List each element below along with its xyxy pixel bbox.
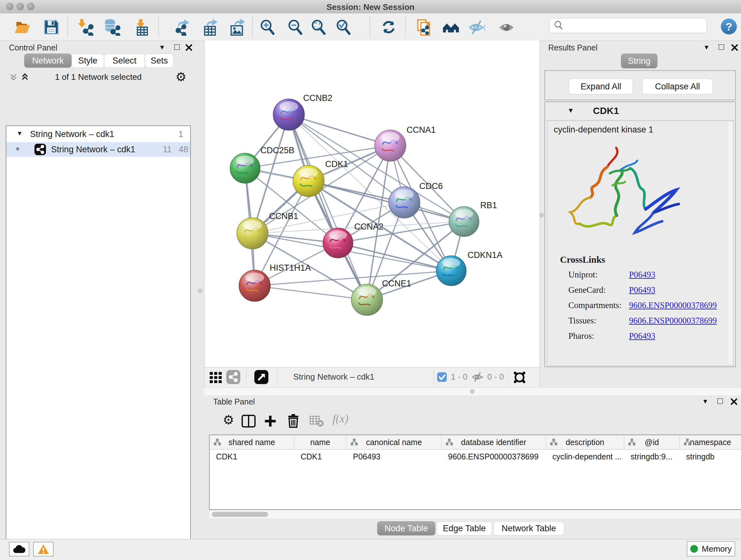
column-header-namespace[interactable]: namespace [680,435,741,449]
control-panel-float-icon[interactable]: □ [174,42,180,52]
grid-view-icon[interactable] [209,371,222,384]
expand-all-button[interactable]: Expand All [569,78,633,95]
tab-sets[interactable]: Sets [145,54,174,68]
export-table-icon[interactable] [202,18,219,36]
help-button[interactable]: ? [721,18,737,35]
crosslink-row: GeneCard:P06493 [568,285,728,295]
graph-node-CCNE1[interactable] [351,284,383,315]
table-panel-menu-icon[interactable]: ▼ [702,398,709,405]
column-header-canonical-name[interactable]: canonical name [347,435,442,449]
results-panel-float-icon[interactable]: □ [719,42,724,52]
tab-style[interactable]: Style [71,54,104,68]
tab-node-table[interactable]: Node Table [377,521,435,536]
zoom-selected-icon[interactable] [335,18,352,36]
crosslinks-title: CrossLinks [560,254,605,265]
birdseye-crosshair-icon[interactable] [512,369,528,385]
splitter-handle[interactable] [470,389,475,394]
refresh-icon[interactable] [380,18,397,36]
results-scrollbar[interactable] [728,122,732,364]
import-table-icon[interactable] [133,18,151,36]
zoom-out-icon[interactable] [286,18,304,36]
network-collection-row[interactable]: ▼ String Network – cdk1 1 [6,127,190,142]
table-cell: P06493 [347,449,442,463]
export-image-icon[interactable] [229,18,246,36]
graph-node-CCNA2[interactable] [323,228,353,258]
network-badge-gray-icon[interactable] [226,370,240,384]
collection-expand-triangle-icon[interactable]: ▼ [17,130,23,137]
delete-column-trash-icon[interactable] [286,414,300,428]
window-title: Session: New Session [0,2,741,12]
table-panel-float-icon[interactable]: □ [718,396,723,406]
tab-network[interactable]: Network [24,54,71,68]
memory-button[interactable]: Memory [687,541,735,557]
crosslink-link[interactable]: P06493 [629,331,656,341]
zoom-in-icon[interactable] [259,18,276,36]
crosslink-link[interactable]: P06493 [629,270,656,280]
clone-network-icon[interactable] [415,18,432,36]
graph-node-HIST1H1A[interactable] [239,270,270,301]
column-header-database-identifier[interactable]: database identifier [442,435,546,449]
crosslink-link[interactable]: 9606.ENSP00000378699 [629,316,717,326]
network-options-gear-icon[interactable]: ⚙ [176,70,186,84]
open-in-window-icon[interactable] [254,370,268,384]
collapse-all-button[interactable]: Collapse All [642,78,713,95]
houses-icon[interactable] [442,18,460,36]
table-settings-gear-icon[interactable]: ⚙ [223,413,234,427]
graph-node-RB1[interactable] [449,206,479,237]
eye-slash-icon[interactable] [468,18,485,36]
search-field[interactable] [549,18,707,33]
protein-structure-image [562,141,690,250]
table-horizontal-scrollbar[interactable] [209,510,740,518]
graph-node-CCNA1[interactable] [375,130,406,161]
selected-checkbox-icon[interactable] [437,372,447,382]
results-panel-close-icon[interactable] [731,44,738,51]
tab-edge-table[interactable]: Edge Table [436,521,492,536]
crosslink-link[interactable]: P06493 [629,285,656,295]
zoom-fit-icon[interactable] [310,18,327,36]
graph-node-CDK1[interactable] [293,165,324,197]
create-column-plus-icon[interactable] [264,415,277,428]
splitter-handle[interactable] [198,289,202,293]
column-header--id[interactable]: @id [624,435,680,449]
tab-string[interactable]: String [621,54,657,68]
eye-icon[interactable] [498,18,515,36]
control-panel-close-icon[interactable] [185,44,193,51]
table-row[interactable]: CDK1CDK1P064939606.ENSP00000378699cyclin… [210,449,741,463]
import-network-icon[interactable] [76,18,93,36]
entry-header[interactable]: ▼ CDK1 [545,102,735,120]
table-cell: CDK1 [294,449,347,463]
export-network-icon[interactable] [174,18,191,36]
open-session-icon[interactable] [14,18,31,36]
control-panel-menu-icon[interactable]: ▼ [159,44,165,51]
network-canvas[interactable]: CCNB2CCNA1CDC25BCDK1CDC6RB1CCNB1CCNA2CDK… [204,41,540,367]
import-network-database-icon[interactable] [103,18,120,36]
search-input[interactable] [564,21,707,30]
entry-gene-name: CDK1 [593,105,619,116]
graph-node-label-CCNB2: CCNB2 [303,93,333,103]
graph-node-CCNB2[interactable] [273,99,305,130]
entry-collapse-triangle-icon[interactable]: ▼ [567,107,574,114]
crosslink-link[interactable]: 9606.ENSP00000378699 [629,300,717,310]
show-columns-icon[interactable] [241,415,256,428]
results-panel-menu-icon[interactable]: ▼ [703,44,710,51]
graph-node-CDKN1A[interactable] [436,256,466,286]
current-network-dot-icon: ● [15,144,20,153]
column-header-shared-name[interactable]: shared name [210,435,294,449]
graph-node-CCNB1[interactable] [237,218,268,249]
graph-node-CDC6[interactable] [389,187,420,218]
scrollbar-thumb[interactable] [212,512,268,517]
graph-node-CDC25B[interactable] [230,153,260,183]
toolbar-separator [369,16,370,38]
column-header-name[interactable]: name [294,435,347,449]
table-panel-close-icon[interactable] [730,398,738,406]
column-header-description[interactable]: description [546,435,624,449]
warning-status-button[interactable] [33,542,54,557]
tab-network-table[interactable]: Network Table [493,521,564,536]
crosslinks-list: Uniprot:P06493GeneCard:P06493Compartment… [568,270,728,347]
network-graph: CCNB2CCNA1CDC25BCDK1CDC6RB1CCNB1CCNA2CDK… [205,41,540,367]
graph-node-label-CDKN1A: CDKN1A [468,250,502,260]
save-session-icon[interactable] [43,18,60,36]
cloud-status-button[interactable] [9,542,29,557]
network-row-selected[interactable]: ● String Network – cdk1 11 48 [6,142,190,157]
tab-select[interactable]: Select [104,54,145,68]
